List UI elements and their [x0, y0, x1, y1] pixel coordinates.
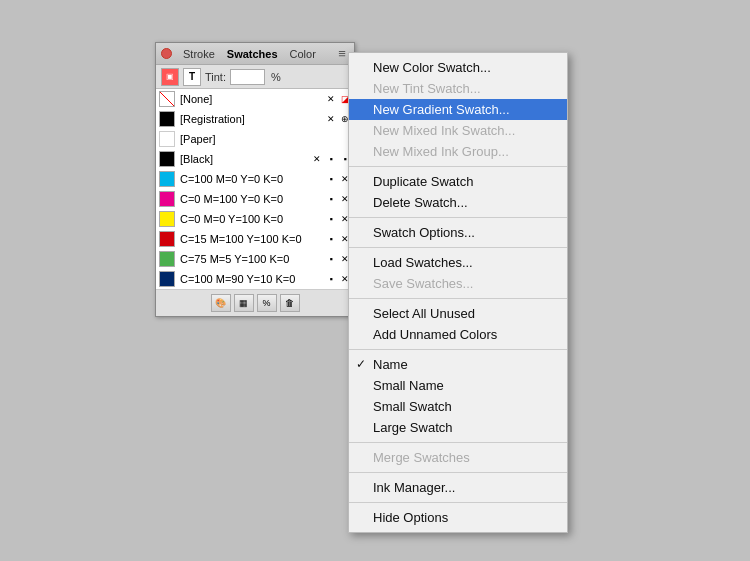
- tint-input[interactable]: [230, 69, 265, 85]
- menu-item-load-swatches[interactable]: Load Swatches...: [349, 252, 567, 273]
- swatch-list: [None] ✕ ◪ [Registration] ✕ ⊕ [Paper] [B…: [156, 89, 354, 290]
- menu-item-new-gradient-swatch[interactable]: New Gradient Swatch...: [349, 99, 567, 120]
- menu-item-ink-manager[interactable]: Ink Manager...: [349, 477, 567, 498]
- tint-percent: %: [271, 71, 281, 83]
- tab-stroke[interactable]: Stroke: [177, 48, 221, 60]
- swatch-color-red: [159, 231, 175, 247]
- swatch-color-darkblue: [159, 271, 175, 287]
- menu-item-new-tint-swatch: New Tint Swatch...: [349, 78, 567, 99]
- new-tint-button[interactable]: %: [257, 294, 277, 312]
- menu-divider: [349, 217, 567, 218]
- menu-item-name[interactable]: Name: [349, 354, 567, 375]
- swatch-name: C=15 M=100 Y=100 K=0: [180, 233, 325, 245]
- swatch-color-none: [159, 91, 175, 107]
- swatch-color-paper: [159, 131, 175, 147]
- panel-menu-button[interactable]: [335, 48, 349, 60]
- swatch-row[interactable]: C=0 M=100 Y=0 K=0 ▪ ✕: [156, 189, 354, 209]
- swatch-row[interactable]: C=75 M=5 Y=100 K=0 ▪ ✕: [156, 249, 354, 269]
- tab-swatches[interactable]: Swatches: [221, 48, 284, 60]
- menu-item-delete-swatch[interactable]: Delete Swatch...: [349, 192, 567, 213]
- tab-color[interactable]: Color: [284, 48, 322, 60]
- panel-toolbar: ▣ T Tint: %: [156, 65, 354, 89]
- no-print-icon: ✕: [325, 93, 337, 105]
- swatch-proc-icon: ▪: [325, 273, 337, 285]
- menu-divider: [349, 502, 567, 503]
- swatch-name: C=75 M=5 Y=100 K=0: [180, 253, 325, 265]
- swatch-row[interactable]: C=0 M=0 Y=100 K=0 ▪ ✕: [156, 209, 354, 229]
- menu-divider: [349, 298, 567, 299]
- menu-item-hide-options[interactable]: Hide Options: [349, 507, 567, 528]
- menu-item-new-mixed-ink-swatch: New Mixed Ink Swatch...: [349, 120, 567, 141]
- menu-item-select-all-unused[interactable]: Select All Unused: [349, 303, 567, 324]
- swatch-spot-icon: ▪: [325, 153, 337, 165]
- menu-divider: [349, 247, 567, 248]
- swatch-row[interactable]: C=100 M=90 Y=10 K=0 ▪ ✕: [156, 269, 354, 289]
- swatch-proc-icon: ▪: [325, 193, 337, 205]
- swatches-panel: Stroke Swatches Color ▣ T Tint: % [None]…: [155, 42, 355, 317]
- panel-tabs: Stroke Swatches Color: [177, 48, 335, 60]
- swatch-name: C=100 M=0 Y=0 K=0: [180, 173, 325, 185]
- swatch-row[interactable]: [None] ✕ ◪: [156, 89, 354, 109]
- menu-item-merge-swatches: Merge Swatches: [349, 447, 567, 468]
- close-button[interactable]: [161, 48, 172, 59]
- new-gradient-button[interactable]: ▦: [234, 294, 254, 312]
- swatch-proc-icon: ▪: [325, 213, 337, 225]
- menu-item-large-swatch[interactable]: Large Swatch: [349, 417, 567, 438]
- swatch-proc-icon: ▪: [325, 253, 337, 265]
- menu-item-small-swatch[interactable]: Small Swatch: [349, 396, 567, 417]
- menu-item-small-name[interactable]: Small Name: [349, 375, 567, 396]
- menu-divider: [349, 442, 567, 443]
- swatch-name: C=100 M=90 Y=10 K=0: [180, 273, 325, 285]
- delete-swatch-button[interactable]: 🗑: [280, 294, 300, 312]
- new-color-button[interactable]: 🎨: [211, 294, 231, 312]
- swatch-color-black: [159, 151, 175, 167]
- menu-item-duplicate-swatch[interactable]: Duplicate Swatch: [349, 171, 567, 192]
- menu-divider: [349, 472, 567, 473]
- panel-footer: 🎨 ▦ % 🗑: [156, 290, 354, 316]
- context-menu: New Color Swatch... New Tint Swatch... N…: [348, 52, 568, 533]
- text-icon[interactable]: T: [183, 68, 201, 86]
- swatch-name: [Black]: [180, 153, 311, 165]
- swatch-row[interactable]: C=15 M=100 Y=100 K=0 ▪ ✕: [156, 229, 354, 249]
- fill-icon[interactable]: ▣: [161, 68, 179, 86]
- swatch-name: [None]: [180, 93, 325, 105]
- menu-item-new-mixed-ink-group: New Mixed Ink Group...: [349, 141, 567, 162]
- swatch-row[interactable]: C=100 M=0 Y=0 K=0 ▪ ✕: [156, 169, 354, 189]
- menu-item-swatch-options[interactable]: Swatch Options...: [349, 222, 567, 243]
- swatch-icons: ✕ ▪ ▪: [311, 153, 351, 165]
- swatch-row[interactable]: [Paper]: [156, 129, 354, 149]
- swatch-color-yellow: [159, 211, 175, 227]
- swatch-color-cyan: [159, 171, 175, 187]
- menu-item-new-color-swatch[interactable]: New Color Swatch...: [349, 57, 567, 78]
- menu-item-save-swatches: Save Swatches...: [349, 273, 567, 294]
- tint-label: Tint:: [205, 71, 226, 83]
- no-print-icon: ✕: [325, 113, 337, 125]
- menu-item-add-unnamed-colors[interactable]: Add Unnamed Colors: [349, 324, 567, 345]
- swatch-name: [Registration]: [180, 113, 325, 125]
- swatch-color-magenta: [159, 191, 175, 207]
- panel-titlebar: Stroke Swatches Color: [156, 43, 354, 65]
- swatch-color-green: [159, 251, 175, 267]
- no-print-icon: ✕: [311, 153, 323, 165]
- swatch-row[interactable]: [Registration] ✕ ⊕: [156, 109, 354, 129]
- menu-divider: [349, 349, 567, 350]
- swatch-name: C=0 M=0 Y=100 K=0: [180, 213, 325, 225]
- swatch-proc-icon: ▪: [325, 233, 337, 245]
- swatch-name: [Paper]: [180, 133, 351, 145]
- swatch-color-registration: [159, 111, 175, 127]
- swatch-name: C=0 M=100 Y=0 K=0: [180, 193, 325, 205]
- menu-divider: [349, 166, 567, 167]
- swatch-row[interactable]: [Black] ✕ ▪ ▪: [156, 149, 354, 169]
- swatch-proc-icon: ▪: [325, 173, 337, 185]
